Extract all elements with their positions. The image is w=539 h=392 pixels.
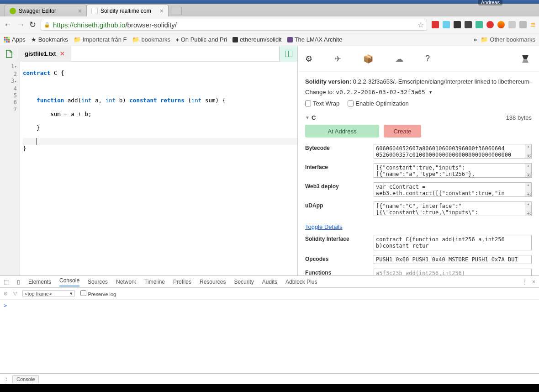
devtools-tab-resources[interactable]: Resources bbox=[200, 279, 226, 285]
devtools-menu-icon[interactable]: ⋮ bbox=[522, 279, 528, 285]
preserve-log-checkbox[interactable]: Preserve log bbox=[80, 290, 116, 297]
address-bar: ← → ↻ 🔒 https://chriseth.github.io/brows… bbox=[0, 16, 539, 33]
code-lines[interactable]: contract C { function add(int a, int b) … bbox=[20, 62, 297, 275]
solidity-logo bbox=[519, 53, 532, 65]
ext-icon[interactable] bbox=[432, 21, 439, 28]
drawer-menu-icon[interactable]: ⋮ bbox=[4, 376, 9, 382]
opcodes-field[interactable]: PUSH1 0x60 PUSH1 0x40 MSTORE PUSH1 0x7A … bbox=[374, 255, 532, 264]
chevron-down-icon: ▼ bbox=[305, 115, 310, 120]
devtools-tab-timeline[interactable]: Timeline bbox=[144, 279, 165, 285]
create-button[interactable]: Create bbox=[384, 125, 421, 138]
eth-icon: ♦ bbox=[176, 36, 179, 43]
other-bookmarks[interactable]: 📁Other bookmarks bbox=[481, 36, 535, 43]
frame-select[interactable]: <top frame>▾ bbox=[22, 290, 75, 297]
solidity-interface-field[interactable]: contract C{function add(int256 a,int256 … bbox=[374, 235, 532, 250]
new-file-button[interactable] bbox=[0, 46, 18, 62]
close-icon[interactable]: ✕ bbox=[60, 50, 65, 57]
web3-deploy-label: Web3 deploy bbox=[305, 182, 374, 190]
forward-button[interactable]: → bbox=[16, 20, 25, 30]
text-wrap-checkbox[interactable]: Text Wrap bbox=[305, 100, 339, 107]
web3-deploy-field[interactable]: var cContract = web3.eth.contract([{"con… bbox=[374, 182, 532, 197]
svg-rect-1 bbox=[6, 37, 8, 38]
line-gutter: 1▾ 2 3▾ 4 5 6 7 bbox=[0, 62, 20, 275]
filter-icon[interactable]: ▽ bbox=[13, 291, 17, 297]
devtools-tab-console[interactable]: Console bbox=[59, 277, 79, 286]
right-header: ⚙ ✈ 📦 ☁ ? bbox=[298, 46, 539, 72]
bookmarks-overflow[interactable]: » bbox=[474, 36, 477, 43]
package-icon[interactable]: 📦 bbox=[363, 54, 373, 64]
back-button[interactable]: ← bbox=[4, 20, 12, 30]
bookmark-link[interactable]: ♦On Public and Pri bbox=[176, 36, 227, 43]
url-text: https://chriseth.github.io/browser-solid… bbox=[53, 21, 415, 29]
toggle-panel-button[interactable] bbox=[279, 46, 297, 62]
abp-icon[interactable] bbox=[486, 21, 494, 28]
cloud-icon[interactable]: ☁ bbox=[395, 54, 403, 64]
send-icon[interactable]: ✈ bbox=[334, 54, 341, 64]
reload-button[interactable]: ↻ bbox=[29, 20, 36, 30]
columns-icon bbox=[285, 51, 292, 57]
bookmark-star-icon[interactable]: ☆ bbox=[417, 21, 424, 29]
editor-pane: gistfile1.txt ✕ 1▾ 2 3▾ 4 5 6 7 contract… bbox=[0, 46, 298, 275]
new-tab-button[interactable] bbox=[171, 7, 182, 15]
bookmark-link[interactable]: ethereum/solidit bbox=[233, 36, 282, 43]
file-plus-icon bbox=[5, 50, 13, 58]
ext-icon[interactable] bbox=[476, 21, 483, 28]
device-icon[interactable]: ▯ bbox=[17, 279, 20, 285]
close-icon[interactable]: × bbox=[78, 7, 82, 15]
devtools-tab-profiles[interactable]: Profiles bbox=[173, 279, 191, 285]
toggle-details-link[interactable]: Toggle Details bbox=[305, 223, 343, 230]
right-content: Solidity version: 0.2.2-32f3a653/.-Emscr… bbox=[298, 72, 539, 275]
ext-icon[interactable] bbox=[443, 21, 450, 28]
devtools-tab-elements[interactable]: Elements bbox=[28, 279, 51, 285]
udapp-field[interactable]: [{"name":"C","interface":" [{\"constant\… bbox=[374, 201, 532, 216]
editor-header: gistfile1.txt ✕ bbox=[0, 46, 297, 62]
close-icon[interactable]: × bbox=[160, 7, 164, 15]
interface-field[interactable]: [{"constant":true,"inputs": [{"name":"a"… bbox=[374, 163, 532, 178]
devtools-close-icon[interactable]: × bbox=[532, 279, 535, 285]
file-tab[interactable]: gistfile1.txt ✕ bbox=[18, 46, 71, 62]
console-body[interactable]: > bbox=[0, 300, 539, 373]
ext-icon[interactable] bbox=[519, 21, 527, 28]
bookmarks-link[interactable]: ★Bookmarks bbox=[31, 36, 68, 43]
drawer-tab-console[interactable]: Console bbox=[12, 375, 39, 383]
svg-rect-2 bbox=[8, 37, 10, 38]
help-icon[interactable]: ? bbox=[425, 54, 430, 64]
svg-rect-6 bbox=[4, 41, 6, 42]
ext-icon[interactable] bbox=[508, 21, 516, 28]
ext-icon[interactable] bbox=[465, 21, 472, 28]
devtools-tab-adblock[interactable]: Adblock Plus bbox=[285, 279, 317, 285]
apps-button[interactable]: Apps bbox=[4, 36, 26, 43]
console-prompt: > bbox=[4, 302, 7, 309]
svg-rect-4 bbox=[6, 39, 8, 41]
tab-solidity[interactable]: Solidity realtime com × bbox=[86, 5, 169, 16]
bookmark-link[interactable]: The LMAX Archite bbox=[287, 36, 343, 43]
change-to-label: Change to: bbox=[305, 89, 334, 95]
devtools-tab-network[interactable]: Network bbox=[116, 279, 136, 285]
functions-field[interactable]: a5f3c23b add(int256,int256) bbox=[374, 269, 532, 275]
ext-icon[interactable] bbox=[454, 21, 461, 28]
code-editor[interactable]: 1▾ 2 3▾ 4 5 6 7 contract C { function ad… bbox=[0, 62, 297, 275]
url-input[interactable]: 🔒 https://chriseth.github.io/browser-sol… bbox=[41, 19, 427, 31]
bytecode-field[interactable]: 6060604052607a8060106000396000f36060604 … bbox=[374, 144, 532, 159]
devtools-tab-sources[interactable]: Sources bbox=[88, 279, 108, 285]
version-select[interactable]: v0.2.2-2016-03-02-32f3a65 ▾ bbox=[336, 89, 432, 95]
at-address-button[interactable]: At Address bbox=[305, 125, 379, 138]
inspect-icon[interactable]: ⬚ bbox=[4, 279, 9, 285]
tab-strip: Swagger Editor × Solidity realtime com × bbox=[0, 4, 539, 16]
clear-console-icon[interactable]: ⊘ bbox=[4, 291, 8, 297]
bookmark-folder[interactable]: 📁Importerat från F bbox=[74, 36, 127, 43]
contract-header[interactable]: ▼ C 138 bytes bbox=[305, 114, 532, 121]
svg-rect-3 bbox=[4, 39, 6, 41]
devtools: ⬚ ▯ Elements Console Sources Network Tim… bbox=[0, 275, 539, 384]
swagger-icon bbox=[10, 8, 16, 14]
tab-swagger[interactable]: Swagger Editor × bbox=[5, 5, 87, 16]
window-titlebar: Andreas bbox=[0, 0, 539, 4]
devtools-tab-audits[interactable]: Audits bbox=[262, 279, 277, 285]
bookmark-folder[interactable]: 📁bookmarks bbox=[132, 36, 170, 43]
settings-icon[interactable]: ⚙ bbox=[305, 54, 312, 64]
folder-icon: 📁 bbox=[132, 36, 139, 43]
ext-icon[interactable] bbox=[497, 21, 505, 28]
devtools-tab-security[interactable]: Security bbox=[234, 279, 254, 285]
menu-icon[interactable]: ≡ bbox=[530, 20, 535, 30]
optimize-checkbox[interactable]: Enable Optimization bbox=[348, 100, 408, 107]
